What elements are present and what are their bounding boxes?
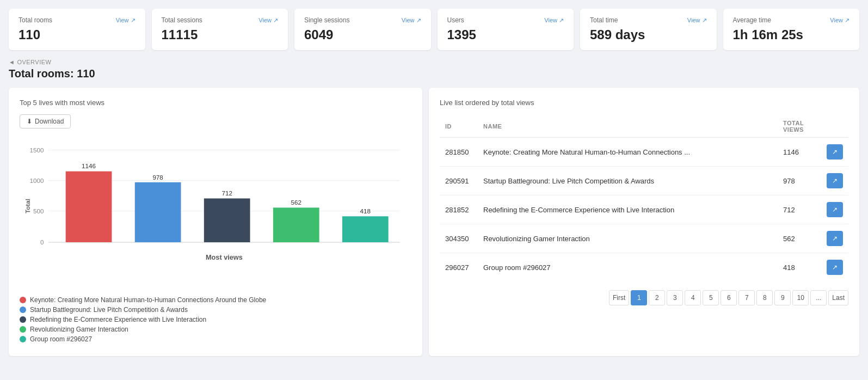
legend-text-4: Group room #296027: [30, 335, 92, 343]
main-content: Top 5 lives with most views ⬇ Download T…: [9, 88, 859, 356]
page-btn-6[interactable]: 6: [721, 290, 737, 305]
stat-title-1: Total sessions: [162, 16, 202, 24]
col-views: TOTAL VIEWS: [778, 115, 821, 138]
cell-id-4: 296027: [440, 253, 478, 282]
svg-text:500: 500: [33, 207, 44, 214]
stat-card-3: Users View ↗ 1395: [438, 9, 574, 50]
header-row: ID NAME TOTAL VIEWS: [440, 115, 848, 138]
back-arrow-icon: ◄: [9, 59, 15, 65]
chart-container: Total 1500 1000 500 0: [20, 137, 411, 290]
svg-text:418: 418: [360, 207, 371, 214]
external-link-icon-5: ↗: [845, 17, 849, 24]
page-btn-4[interactable]: 4: [685, 290, 701, 305]
chart-panel: Top 5 lives with most views ⬇ Download T…: [9, 88, 422, 356]
page-wrapper: Total rooms View ↗ 110 Total sessions Vi…: [0, 0, 868, 380]
external-icon-2: ↗: [832, 206, 838, 213]
legend-dot-0: [20, 297, 26, 303]
stat-value-0: 110: [19, 27, 136, 42]
svg-text:1146: 1146: [82, 162, 96, 169]
breadcrumb-label: OVERVIEW: [17, 59, 51, 65]
cell-name-0: Keynote: Creating More Natural Human-to-…: [478, 138, 778, 167]
breadcrumb: ◄ OVERVIEW: [9, 59, 859, 65]
stat-link-5[interactable]: View ↗: [830, 17, 849, 24]
stat-value-5: 1h 16m 25s: [733, 27, 850, 42]
page-last-button[interactable]: Last: [828, 290, 848, 305]
legend-item-4: Group room #296027: [20, 335, 411, 343]
cell-name-1: Startup Battleground: Live Pitch Competi…: [478, 167, 778, 195]
cell-id-3: 304350: [440, 224, 478, 253]
open-button-2[interactable]: ↗: [827, 202, 843, 217]
cell-action-1: ↗: [821, 167, 848, 195]
external-link-icon-0: ↗: [131, 17, 136, 24]
download-button[interactable]: ⬇ Download: [20, 114, 71, 128]
legend-item-3: Revolutionizing Gamer Interaction: [20, 326, 411, 333]
stat-title-4: Total time: [590, 16, 618, 24]
cell-views-4: 418: [778, 253, 821, 282]
table-row-2: 281852 Redefining the E-Commerce Experie…: [440, 195, 848, 224]
legend-text-3: Revolutionizing Gamer Interaction: [30, 326, 128, 333]
legend-text-1: Startup Battleground: Live Pitch Competi…: [30, 306, 188, 314]
bar-1: [66, 171, 112, 242]
cell-action-4: ↗: [821, 253, 848, 282]
external-icon-1: ↗: [832, 177, 838, 185]
legend-text-2: Redefining the E-Commerce Experience wit…: [30, 316, 206, 323]
table-row-3: 304350 Revolutionizing Gamer Interaction…: [440, 224, 848, 253]
stat-link-2[interactable]: View ↗: [402, 17, 421, 24]
cell-name-3: Revolutionizing Gamer Interaction: [478, 224, 778, 253]
table-panel: Live list ordered by total views ID NAME…: [429, 88, 859, 356]
page-btn-9[interactable]: 9: [774, 290, 791, 305]
svg-text:1000: 1000: [30, 177, 44, 184]
page-title: Total rooms: 110: [9, 68, 859, 80]
stat-value-1: 11115: [162, 27, 279, 42]
stat-link-3[interactable]: View ↗: [544, 17, 564, 24]
stat-link-4[interactable]: View ↗: [687, 17, 707, 24]
pagination: First12345678910...Last: [440, 290, 848, 305]
legend-item-2: Redefining the E-Commerce Experience wit…: [20, 316, 411, 323]
legend-dot-4: [20, 336, 26, 342]
stat-link-1[interactable]: View ↗: [258, 17, 278, 24]
stat-card-2: Single sessions View ↗ 6049: [294, 9, 431, 50]
legend-dot-2: [20, 316, 26, 323]
cell-id-0: 281850: [440, 138, 478, 167]
stat-card-0: Total rooms View ↗ 110: [9, 9, 145, 50]
stat-link-0[interactable]: View ↗: [116, 17, 136, 24]
cell-views-3: 562: [778, 224, 821, 253]
external-link-icon-1: ↗: [273, 17, 278, 24]
svg-text:712: 712: [221, 189, 232, 197]
svg-text:Most views: Most views: [206, 254, 243, 261]
stats-row: Total rooms View ↗ 110 Total sessions Vi…: [9, 9, 859, 50]
open-button-4[interactable]: ↗: [827, 260, 843, 275]
page-btn-3[interactable]: 3: [667, 290, 683, 305]
page-btn-8[interactable]: 8: [756, 290, 773, 305]
open-button-0[interactable]: ↗: [827, 144, 843, 160]
svg-text:562: 562: [291, 199, 301, 206]
col-id: ID: [440, 115, 478, 138]
page-btn-10[interactable]: 10: [792, 290, 809, 305]
stat-title-2: Single sessions: [304, 16, 349, 24]
open-button-3[interactable]: ↗: [827, 231, 843, 246]
stat-title-3: Users: [447, 16, 464, 24]
cell-views-2: 712: [778, 195, 821, 224]
page-btn-7[interactable]: 7: [738, 290, 755, 305]
stat-card-1: Total sessions View ↗ 11115: [152, 9, 288, 50]
page-btn-1[interactable]: 1: [631, 290, 647, 305]
stat-card-4: Total time View ↗ 589 days: [580, 9, 717, 50]
legend-dot-1: [20, 307, 26, 313]
cell-views-1: 978: [778, 167, 821, 195]
download-icon: ⬇: [27, 118, 32, 125]
external-icon-3: ↗: [832, 235, 838, 242]
table-body: 281850 Keynote: Creating More Natural Hu…: [440, 138, 848, 282]
page-first-button[interactable]: First: [609, 290, 629, 305]
stat-card-5: Average time View ↗ 1h 16m 25s: [723, 9, 860, 50]
open-button-1[interactable]: ↗: [827, 173, 843, 188]
cell-action-3: ↗: [821, 224, 848, 253]
page-btn-2[interactable]: 2: [649, 290, 665, 305]
breadcrumb-section: ◄ OVERVIEW Total rooms: 110: [9, 59, 859, 80]
col-name: NAME: [478, 115, 778, 138]
legend-item-0: Keynote: Creating More Natural Human-to-…: [20, 296, 411, 304]
data-table: ID NAME TOTAL VIEWS 281850 Keynote: Crea…: [440, 115, 848, 281]
table-row-1: 290591 Startup Battleground: Live Pitch …: [440, 167, 848, 195]
page-btn-5[interactable]: 5: [703, 290, 719, 305]
chart-legend: Keynote: Creating More Natural Human-to-…: [20, 296, 411, 343]
stat-title-5: Average time: [733, 16, 771, 24]
